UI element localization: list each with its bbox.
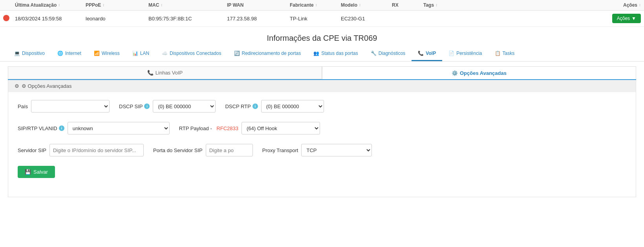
tab-diagnosticos[interactable]: 🔧 Diagnósticos (364, 47, 412, 61)
form-row-1: País DSCP SIP i (0) BE 000000 (10) AF11 … (18, 100, 626, 113)
status-icon (3, 15, 9, 21)
file-icon: 📄 (448, 51, 454, 56)
tabs-bar: 💻 Dispositivo 🌐 Internet 📶 Wireless 📊 LA… (0, 47, 644, 62)
redirect-icon: 🔄 (234, 51, 240, 56)
dscp-sip-select[interactable]: (0) BE 000000 (10) AF11 (12) AF12 (153, 100, 216, 113)
sort-pppoe-icon[interactable]: ↕ (102, 3, 104, 7)
row-modelo: EC230-G1 (341, 16, 392, 22)
row-ultima-atualizacao: 18/03/2024 15:59:58 (15, 16, 86, 22)
form-group-proxy-transport: Proxy Transport TCP UDP TLS (262, 144, 372, 156)
diagnostics-icon: 🔧 (371, 51, 377, 56)
col-mac-header: MAC ↕ (148, 2, 227, 8)
tab-status-portas[interactable]: 👥 Status das portas (307, 47, 364, 61)
tab-dispositivo[interactable]: 💻 Dispositivo (8, 47, 51, 61)
vlanid-label: SIP/RTP VLANID i (18, 125, 64, 131)
dscp-rtp-select[interactable]: (0) BE 000000 (10) AF11 (12) AF12 (261, 100, 324, 113)
gear-icon: ⚙️ (452, 70, 458, 76)
form-group-rtp-payload: RTP Payload - RFC2833 (64) Off Hook (65)… (179, 122, 320, 134)
sort-modelo-icon[interactable]: ↕ (359, 3, 361, 7)
pais-label: País (18, 104, 28, 109)
form-row-save: 💾 Salvar (18, 166, 626, 178)
save-icon: 💾 (25, 169, 31, 175)
sort-acoes-icon[interactable]: ↕ (639, 3, 641, 7)
form-group-pais: País (18, 100, 110, 113)
porta-servidor-label: Porta do Servidor SIP (153, 147, 203, 153)
col-tags-header: Tags ↕ (423, 2, 474, 8)
page-title: Informações da CPE via TR069 (0, 27, 644, 47)
gear-section-icon: ⚙ (15, 83, 19, 89)
wifi-icon: 📶 (94, 51, 100, 56)
row-status (3, 15, 15, 22)
col-acoes-header: Ações ↕ (474, 2, 641, 8)
sort-tags-icon[interactable]: ↕ (435, 3, 437, 7)
rtp-payload-select[interactable]: (64) Off Hook (65) Ring (66) Dial Tone (242, 122, 320, 134)
tab-dispositivos-conectados[interactable]: ☁️ Dispositivos Conectados (156, 47, 227, 61)
tab-lan[interactable]: 📊 LAN (126, 47, 156, 61)
rfc2833-link[interactable]: RFC2833 (216, 125, 238, 131)
sort-ultima-atualizacao-icon[interactable]: ↕ (58, 3, 60, 7)
proxy-transport-label: Proxy Transport (262, 147, 298, 153)
vlanid-select[interactable]: unknown 0 1 2 (68, 122, 170, 134)
dscp-rtp-info-icon[interactable]: i (252, 104, 258, 109)
form-group-servidor-sip: Servidor SIP (18, 144, 144, 156)
sub-tab-opcoes-avancadas[interactable]: ⚙️ Opções Avançadas (322, 66, 636, 79)
tab-voip[interactable]: 📞 VoIP (412, 47, 442, 61)
ports-icon: 👥 (313, 51, 319, 56)
tasks-icon: 📋 (495, 51, 501, 56)
col-pppoe-header: PPPoE ↕ (86, 2, 148, 8)
pais-select[interactable] (31, 100, 110, 113)
dscp-sip-info-icon[interactable]: i (144, 104, 150, 109)
form-row-3: Servidor SIP Porta do Servidor SIP Proxy… (18, 144, 626, 156)
col-modelo-header: Modelo ↕ (341, 2, 392, 8)
col-ipwan-header: IP WAN (227, 2, 290, 8)
row-ip-wan: 177.23.58.98 (227, 16, 290, 22)
sub-tab-linhas-voip[interactable]: 📞 Linhas VoIP (8, 66, 322, 79)
tab-tasks[interactable]: 📋 Tasks (488, 47, 521, 61)
row-fabricante: TP-Link (290, 16, 341, 22)
row-acoes: Ações ▼ (474, 14, 641, 23)
col-fabricante-header: Fabricante ↕ (290, 2, 341, 8)
sub-tabs: 📞 Linhas VoIP ⚙️ Opções Avançadas (8, 66, 636, 80)
globe-icon: 🌐 (57, 51, 63, 56)
tab-wireless[interactable]: 📶 Wireless (88, 47, 126, 61)
form-group-dscp-sip: DSCP SIP i (0) BE 000000 (10) AF11 (12) … (119, 100, 216, 113)
dscp-rtp-label: DSCP RTP i (225, 104, 258, 109)
phone-small-icon: 📞 (147, 70, 154, 76)
row-mac: B0:95:75:3F:8B:1C (148, 16, 227, 22)
porta-servidor-sip-input[interactable] (206, 144, 253, 156)
col-update-header: Última Atualização ↕ (15, 2, 86, 8)
tab-redirecionamento[interactable]: 🔄 Redirecionamento de portas (228, 47, 307, 61)
form-group-dscp-rtp: DSCP RTP i (0) BE 000000 (10) AF11 (12) … (225, 100, 324, 113)
vlanid-info-icon[interactable]: i (59, 125, 64, 131)
table-header: Última Atualização ↕ PPPoE ↕ MAC ↕ IP WA… (0, 0, 644, 11)
tab-persistencia[interactable]: 📄 Persistência (442, 47, 488, 61)
form-row-2: SIP/RTP VLANID i unknown 0 1 2 RTP Paylo… (18, 122, 626, 134)
dscp-sip-label: DSCP SIP i (119, 104, 150, 109)
section-header: ⚙ ⚙ Opções Avançadas (8, 80, 636, 92)
col-rx-header: RX (392, 2, 423, 8)
row-pppoe: leonardo (86, 16, 148, 22)
rtp-payload-label: RTP Payload - RFC2833 (179, 125, 238, 131)
form-group-porta-servidor: Porta do Servidor SIP (153, 144, 253, 156)
options-section: ⚙ ⚙ Opções Avançadas País DSCP SIP i (0)… (8, 80, 636, 197)
cloud-icon: ☁️ (162, 51, 168, 56)
table-row: 18/03/2024 15:59:58 leonardo B0:95:75:3F… (0, 11, 644, 27)
servidor-sip-input[interactable] (49, 144, 144, 156)
lan-icon: 📊 (132, 51, 138, 56)
phone-icon: 📞 (418, 51, 424, 56)
form-group-vlanid: SIP/RTP VLANID i unknown 0 1 2 (18, 122, 170, 134)
chevron-down-icon: ▼ (631, 16, 636, 21)
servidor-sip-label: Servidor SIP (18, 147, 46, 153)
acoes-button[interactable]: Ações ▼ (612, 14, 641, 23)
sort-fabricante-icon[interactable]: ↕ (315, 3, 317, 7)
sort-mac-icon[interactable]: ↕ (161, 3, 163, 7)
proxy-transport-select[interactable]: TCP UDP TLS (301, 144, 372, 156)
tab-internet[interactable]: 🌐 Internet (51, 47, 88, 61)
salvar-button[interactable]: 💾 Salvar (18, 166, 55, 178)
monitor-icon: 💻 (14, 51, 20, 56)
